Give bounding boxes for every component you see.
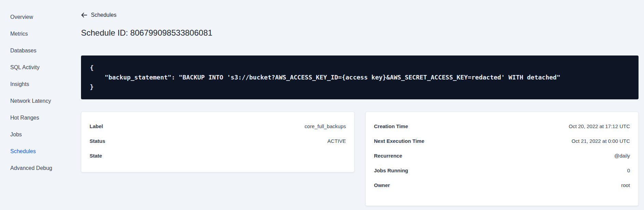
schedule-info-card: Creation Time Oct 20, 2022 at 17:12 UTC … [365, 112, 639, 206]
main-content: Schedules Schedule ID: 80679909853380608… [70, 0, 644, 210]
sidebar-item-metrics[interactable]: Metrics [0, 25, 70, 42]
row-value: Oct 21, 2022 at 0:00 UTC [572, 138, 630, 144]
row-label: Label [90, 123, 103, 129]
sidebar-item-sql-activity[interactable]: SQL Activity [0, 59, 70, 76]
row-label: Recurrence [374, 153, 402, 159]
back-link-label: Schedules [91, 12, 117, 18]
detail-row-next-execution-time: Next Execution Time Oct 21, 2022 at 0:00… [374, 134, 630, 148]
left-arrow-icon [81, 13, 87, 17]
sidebar-item-jobs[interactable]: Jobs [0, 126, 70, 143]
sidebar-item-hot-ranges[interactable]: Hot Ranges [0, 109, 70, 126]
sidebar-item-databases[interactable]: Databases [0, 42, 70, 59]
schedule-definition-code-block: { "backup_statement": "BACKUP INTO 's3:/… [81, 55, 639, 99]
code-line: { [90, 63, 630, 73]
app-root: Overview Metrics Databases SQL Activity … [0, 0, 644, 210]
detail-row-owner: Owner root [374, 178, 630, 193]
sidebar: Overview Metrics Databases SQL Activity … [0, 0, 70, 210]
row-value: Oct 20, 2022 at 17:12 UTC [569, 123, 630, 129]
code-line: "backup_statement": "BACKUP INTO 's3://b… [90, 73, 630, 82]
row-value: core_full_backups [305, 123, 346, 129]
detail-row-jobs-running: Jobs Running 0 [374, 163, 630, 178]
sidebar-item-overview[interactable]: Overview [0, 9, 70, 25]
back-to-schedules-link[interactable]: Schedules [81, 12, 117, 18]
detail-row-recurrence: Recurrence @daily [374, 148, 630, 163]
schedule-status-card: Label core_full_backups Status ACTIVE St… [81, 112, 354, 172]
sidebar-item-schedules[interactable]: Schedules [0, 143, 70, 160]
sidebar-item-advanced-debug[interactable]: Advanced Debug [0, 160, 70, 176]
row-value: @daily [614, 153, 630, 159]
row-label: Status [90, 138, 105, 144]
code-line: } [90, 82, 630, 92]
row-value: ACTIVE [327, 138, 346, 144]
detail-cards-row: Label core_full_backups Status ACTIVE St… [81, 112, 639, 206]
row-value: root [621, 182, 630, 188]
detail-row-label: Label core_full_backups [90, 119, 346, 134]
detail-row-state: State [90, 148, 346, 163]
row-label: Owner [374, 182, 390, 188]
page-title: Schedule ID: 806799098533806081 [81, 28, 639, 38]
sidebar-item-insights[interactable]: Insights [0, 76, 70, 92]
row-label: Creation Time [374, 123, 408, 129]
detail-row-creation-time: Creation Time Oct 20, 2022 at 17:12 UTC [374, 119, 630, 134]
sidebar-item-network-latency[interactable]: Network Latency [0, 92, 70, 109]
row-label: Jobs Running [374, 168, 408, 173]
detail-row-status: Status ACTIVE [90, 134, 346, 148]
row-value: 0 [627, 168, 630, 173]
row-label: State [90, 153, 102, 159]
row-label: Next Execution Time [374, 138, 424, 144]
